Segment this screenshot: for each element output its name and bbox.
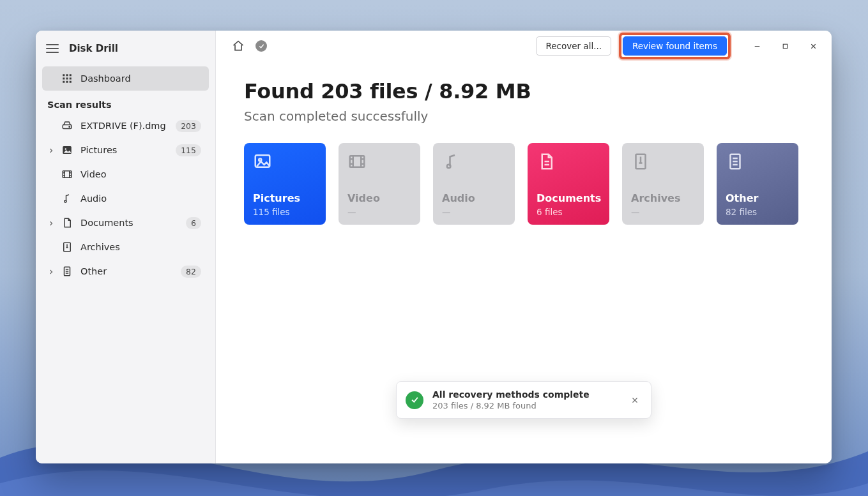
main-panel: Recover all... Review found items xyxy=(216,31,832,463)
sidebar-item-archives[interactable]: Archives xyxy=(42,235,209,259)
minimize-button[interactable] xyxy=(745,36,769,56)
headline: Found 203 files / 8.92 MB xyxy=(244,79,803,103)
audio-icon xyxy=(442,152,506,177)
sidebar-item-audio[interactable]: Audio xyxy=(42,186,209,211)
sidebar-item-label: Archives xyxy=(80,242,120,252)
status-complete-icon xyxy=(255,40,267,52)
svg-rect-1 xyxy=(66,74,68,76)
svg-rect-13 xyxy=(63,171,72,178)
video-icon xyxy=(347,152,411,177)
drive-icon xyxy=(61,120,73,132)
svg-point-14 xyxy=(65,200,66,202)
window-controls xyxy=(745,36,825,56)
completion-toast: All recovery methods complete 203 files … xyxy=(396,381,651,419)
maximize-button[interactable] xyxy=(773,36,797,56)
other-icon xyxy=(61,266,73,277)
recover-all-label: Recover all... xyxy=(545,41,602,51)
sidebar-item-video[interactable]: Video xyxy=(42,162,209,186)
count-badge: 6 xyxy=(186,217,201,229)
card-title: Pictures xyxy=(253,192,317,204)
close-button[interactable] xyxy=(801,36,825,56)
sidebar-item-label: EXTDRIVE (F).dmg xyxy=(80,121,166,131)
card-subtitle: — xyxy=(442,207,506,217)
sidebar-item-pictures[interactable]: Pictures 115 xyxy=(42,138,209,162)
card-subtitle: 6 files xyxy=(537,207,600,217)
toolbar: Recover all... Review found items xyxy=(216,31,832,61)
count-badge: 82 xyxy=(181,266,201,278)
hamburger-icon[interactable] xyxy=(45,41,60,56)
svg-rect-5 xyxy=(70,78,72,80)
chevron-right-icon xyxy=(47,146,55,154)
svg-rect-17 xyxy=(783,44,788,49)
card-title: Other xyxy=(726,192,789,204)
card-other[interactable]: Other 82 files xyxy=(717,143,798,225)
sidebar-item-documents[interactable]: Documents 6 xyxy=(42,211,209,235)
sidebar: Disk Drill Dashboard Scan results EXTDRI… xyxy=(36,31,216,463)
svg-point-21 xyxy=(447,165,451,169)
card-video[interactable]: Video — xyxy=(339,143,420,225)
card-documents[interactable]: Documents 6 files xyxy=(528,143,609,225)
card-subtitle: 115 files xyxy=(253,207,317,217)
app-title: Disk Drill xyxy=(69,43,118,54)
sidebar-item-label: Documents xyxy=(80,218,133,228)
document-icon xyxy=(61,217,73,229)
success-check-icon xyxy=(406,391,423,409)
svg-rect-6 xyxy=(63,81,65,83)
sidebar-header: Disk Drill xyxy=(36,36,215,61)
sidebar-item-label: Dashboard xyxy=(80,73,131,84)
toast-title: All recovery methods complete xyxy=(432,389,590,400)
toast-text: All recovery methods complete 203 files … xyxy=(432,389,590,410)
card-title: Audio xyxy=(442,192,506,204)
svg-point-12 xyxy=(65,148,66,149)
toast-detail: 203 files / 8.92 MB found xyxy=(432,401,590,410)
app-window: Disk Drill Dashboard Scan results EXTDRI… xyxy=(36,31,832,463)
card-subtitle: — xyxy=(631,207,695,217)
sidebar-item-dashboard[interactable]: Dashboard xyxy=(42,66,209,91)
svg-rect-4 xyxy=(66,78,68,80)
card-title: Documents xyxy=(537,192,600,204)
sidebar-item-label: Pictures xyxy=(80,145,117,155)
content-area: Found 203 files / 8.92 MB Scan completed… xyxy=(216,61,832,243)
toast-close-button[interactable] xyxy=(628,393,642,407)
card-audio[interactable]: Audio — xyxy=(433,143,515,225)
archive-icon xyxy=(631,152,695,177)
audio-icon xyxy=(61,193,73,204)
subheadline: Scan completed successfully xyxy=(244,109,803,124)
recover-all-button[interactable]: Recover all... xyxy=(536,36,611,56)
chevron-right-icon xyxy=(47,219,55,227)
sidebar-item-label: Other xyxy=(80,266,107,276)
section-label-scan-results: Scan results xyxy=(36,91,215,114)
card-archives[interactable]: Archives — xyxy=(622,143,704,225)
archive-icon xyxy=(61,241,73,253)
sidebar-item-label: Audio xyxy=(80,193,107,204)
svg-rect-20 xyxy=(350,156,365,167)
home-icon[interactable] xyxy=(229,36,248,56)
review-label: Review found items xyxy=(632,41,717,51)
card-title: Video xyxy=(347,192,411,204)
card-title: Archives xyxy=(631,192,695,204)
video-icon xyxy=(61,169,73,180)
svg-rect-8 xyxy=(70,81,72,83)
category-cards: Pictures 115 files Video — Audio — xyxy=(244,143,803,225)
chevron-right-icon xyxy=(47,267,55,275)
document-icon xyxy=(537,152,600,177)
card-subtitle: 82 files xyxy=(726,207,789,217)
dashboard-icon xyxy=(61,73,73,84)
count-badge: 115 xyxy=(176,144,201,156)
svg-rect-3 xyxy=(63,78,65,80)
highlight-annotation: Review found items xyxy=(619,33,731,59)
sidebar-item-drive[interactable]: EXTDRIVE (F).dmg 203 xyxy=(42,114,209,138)
svg-rect-7 xyxy=(66,81,68,83)
svg-point-10 xyxy=(69,126,70,128)
review-found-items-button[interactable]: Review found items xyxy=(623,36,727,56)
other-icon xyxy=(726,152,789,177)
count-badge: 203 xyxy=(176,120,201,132)
card-subtitle: — xyxy=(347,207,411,217)
image-icon xyxy=(253,152,317,177)
sidebar-item-other[interactable]: Other 82 xyxy=(42,259,209,283)
svg-rect-2 xyxy=(70,74,72,76)
sidebar-item-label: Video xyxy=(80,169,107,179)
image-icon xyxy=(61,144,73,156)
card-pictures[interactable]: Pictures 115 files xyxy=(244,143,326,225)
svg-rect-0 xyxy=(63,74,65,76)
